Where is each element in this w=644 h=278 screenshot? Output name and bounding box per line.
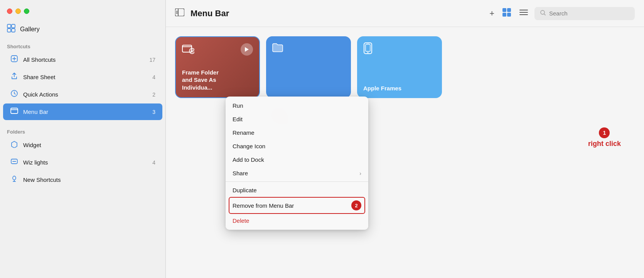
gallery-label: Gallery [20,26,40,33]
search-icon [540,10,546,17]
quick-actions-count: 2 [152,92,155,98]
quick-actions-icon [10,90,19,99]
svg-rect-1 [12,24,15,28]
svg-rect-2 [7,29,11,32]
card-top [272,42,345,55]
share-submenu-arrow: › [359,170,361,176]
list-view-button[interactable] [518,7,530,20]
sidebar-item-gallery[interactable]: Gallery [0,21,165,37]
blue-folder-icon [272,42,283,55]
minimize-button[interactable] [15,8,21,14]
svg-rect-18 [366,44,370,51]
shortcut-card-apple-frames[interactable]: Apple Frames [357,36,442,98]
svg-rect-13 [507,13,511,17]
new-shortcuts-icon [10,175,19,185]
play-button[interactable] [241,43,253,56]
frame-folder-label: Frame Folderand Save AsIndividua... [182,69,253,92]
context-menu-share[interactable]: Share › [226,166,368,180]
shortcut-card-frame-folder[interactable]: Frame Folderand Save AsIndividua... [175,36,260,98]
svg-rect-10 [502,8,506,12]
sidebar-item-all-shortcuts[interactable]: All Shortcuts 17 [3,51,162,68]
card-top [363,42,436,57]
sidebar: Gallery Shortcuts All Shortcuts 17 Share… [0,0,166,278]
sidebar-item-new-shortcuts[interactable]: New Shortcuts [3,171,162,188]
step2-badge: 2 [351,200,361,210]
sidebar-toggle-button[interactable] [175,8,184,18]
menu-bar-count: 3 [152,109,155,115]
sidebar-item-widget[interactable]: Widget [3,137,162,153]
folders-section-header: Folders [0,127,165,136]
wiz-lights-count: 4 [152,159,155,166]
right-click-annotation: 1 right click [588,127,621,148]
apple-frames-label: Apple Frames [363,85,436,92]
add-button[interactable]: + [488,7,496,20]
card-top [182,43,253,57]
sidebar-item-menu-bar[interactable]: Menu Bar 3 [3,103,162,120]
svg-rect-6 [11,108,18,114]
context-menu-separator [226,181,368,182]
context-menu: Run Edit Rename Change Icon Add to Dock … [226,97,368,230]
wiz-lights-icon [10,158,19,167]
header-actions: + [488,6,635,21]
menu-bar-icon [10,107,19,117]
share-sheet-count: 4 [152,74,155,80]
quick-actions-label: Quick Actions [23,91,148,98]
svg-rect-11 [507,8,511,12]
svg-rect-12 [502,13,506,17]
context-menu-remove-from-menu-bar[interactable]: Remove from Menu Bar 2 [226,197,368,214]
step1-badge: 1 [599,127,610,138]
maximize-button[interactable] [24,8,29,14]
new-shortcuts-label: New Shortcuts [23,176,155,183]
context-menu-rename[interactable]: Rename [226,126,368,139]
traffic-lights [0,5,165,21]
apple-frames-icon [363,42,373,57]
context-menu-edit[interactable]: Edit [226,112,368,126]
svg-point-16 [189,48,194,54]
close-button[interactable] [7,8,12,14]
context-menu-duplicate[interactable]: Duplicate [226,183,368,197]
search-input[interactable] [549,10,629,17]
search-bar[interactable] [534,7,635,20]
grid-view-button[interactable] [501,6,513,21]
shortcuts-section-header: Shortcuts [0,41,165,51]
wiz-lights-label: Wiz lights [23,159,148,166]
sidebar-item-wiz-lights[interactable]: Wiz lights 4 [3,154,162,171]
context-menu-change-icon[interactable]: Change Icon [226,139,368,153]
all-shortcuts-icon [10,55,19,64]
shortcuts-grid: Frame Folderand Save AsIndividua... [166,27,644,107]
widget-icon [10,140,19,150]
main-content: Menu Bar + [166,0,644,278]
svg-point-19 [368,52,369,53]
svg-point-8 [13,176,16,180]
widget-label: Widget [23,142,155,148]
header: Menu Bar + [166,0,644,27]
frame-folder-icon [182,43,194,57]
context-menu-delete[interactable]: Delete [226,214,368,227]
sidebar-item-share-sheet[interactable]: Share Sheet 4 [3,69,162,85]
share-sheet-label: Share Sheet [23,74,148,80]
context-menu-run[interactable]: Run [226,99,368,112]
shortcut-card-blue-folder[interactable] [266,36,351,98]
share-sheet-icon [10,72,19,82]
sidebar-item-quick-actions[interactable]: Quick Actions 2 [3,86,162,103]
context-menu-add-to-dock[interactable]: Add to Dock [226,153,368,166]
all-shortcuts-label: All Shortcuts [23,56,145,63]
right-click-label: right click [588,140,621,148]
svg-rect-3 [12,29,15,32]
menu-bar-label: Menu Bar [23,108,148,115]
all-shortcuts-count: 17 [149,57,155,63]
svg-rect-0 [7,24,11,28]
page-title: Menu Bar [191,8,482,19]
gallery-icon [7,24,15,34]
